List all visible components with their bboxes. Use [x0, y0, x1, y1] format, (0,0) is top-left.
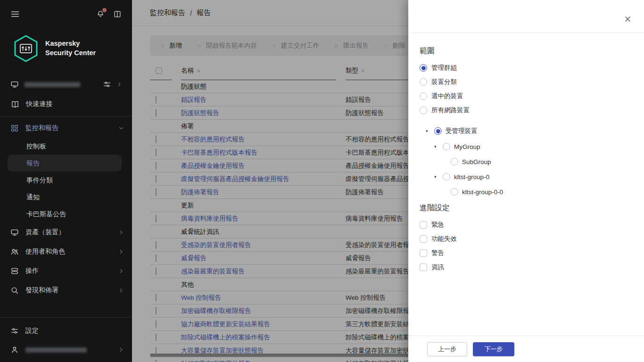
radio-button[interactable]	[451, 158, 458, 165]
sidebar-subitem-event-selections[interactable]: 事件分類	[0, 172, 132, 189]
sidebar-subitem-reports[interactable]: 報告	[8, 155, 122, 172]
chevron-right-icon	[118, 229, 124, 236]
drawer-header	[408, 0, 644, 33]
sidebar-user-item[interactable]	[0, 340, 132, 359]
sidebar-server-item[interactable]	[0, 62, 132, 89]
chevron-right-icon[interactable]	[118, 346, 124, 353]
chevron-right-icon	[118, 268, 124, 274]
scope-section-title: 範圍	[420, 46, 633, 56]
sidebar-topbar	[0, 0, 132, 19]
caret-down-icon[interactable]: ▾	[434, 145, 439, 149]
checkbox[interactable]	[420, 221, 427, 229]
scope-options: 管理群組裝置分類選中的裝置所有網路裝置	[420, 64, 633, 115]
severity-checkbox-warning[interactable]: 警告	[420, 249, 633, 257]
sidebar-item-discovery[interactable]: 發現和佈署	[0, 280, 132, 300]
sidebar-item-users-roles[interactable]: 使用者和角色	[0, 242, 132, 261]
notification-dot	[102, 8, 107, 12]
username-redacted	[25, 347, 87, 353]
admin-group-tree: ▾受管理裝置▾MyGroupSubGroup▾kltst-group-0klts…	[420, 127, 633, 196]
severity-checkbox-info[interactable]: 資訊	[420, 263, 633, 272]
stack-icon	[10, 267, 19, 275]
sidebar-item-quick-links[interactable]: 快速連接	[0, 89, 132, 108]
server-settings-sliders-icon[interactable]	[103, 80, 111, 89]
checkbox[interactable]	[420, 249, 427, 257]
caret-down-icon[interactable]: ▾	[434, 175, 439, 179]
sidebar-item-monitoring[interactable]: 監控和報告	[0, 118, 132, 138]
scope-option-selected-devices[interactable]: 選中的裝置	[420, 92, 633, 100]
caret-down-icon[interactable]: ▾	[426, 129, 430, 133]
dashboard-icon	[10, 124, 19, 132]
radio-button[interactable]	[443, 173, 450, 181]
tree-node-managed-devices[interactable]: ▾受管理裝置	[420, 127, 633, 135]
sidebar-item-label: 操作	[25, 267, 111, 275]
logo-text: Kaspersky Security Center	[45, 39, 96, 58]
radio-button[interactable]	[420, 92, 427, 100]
scope-option-admin-groups[interactable]: 管理群組	[420, 64, 633, 72]
scope-option-all-networked[interactable]: 所有網路裝置	[420, 106, 633, 115]
new-report-wizard-drawer: 範圍 管理群組裝置分類選中的裝置所有網路裝置 ▾受管理裝置▾MyGroupSub…	[408, 0, 644, 362]
sidebar-subitem-notifications[interactable]: 通知	[0, 189, 132, 206]
severity-checkbox-critical[interactable]: 緊急	[420, 221, 633, 229]
advanced-section-title: 進階設定	[420, 203, 633, 213]
sidebar-nav: 監控和報告控制板報告事件分類通知卡巴斯基公告資產（裝置）使用者和角色操作發現和佈…	[0, 116, 132, 300]
sidebar-divider	[0, 317, 132, 318]
sidebar-subitem-dashboard[interactable]: 控制板	[0, 138, 132, 155]
search-icon	[10, 286, 19, 295]
sidebar-item-label: 資產（裝置）	[25, 228, 111, 237]
users-icon	[10, 247, 19, 256]
back-button[interactable]: 上一步	[427, 342, 467, 356]
sidebar-bottom: 設定	[0, 317, 132, 359]
sidebar-subitem-announcements[interactable]: 卡巴斯基公告	[0, 206, 132, 222]
tree-node-label: kltst-group-0-0	[462, 189, 503, 196]
drawer-footer: 上一步 下一步	[408, 336, 644, 362]
close-icon[interactable]	[624, 15, 632, 23]
sidebar-item-operations[interactable]: 操作	[0, 261, 132, 280]
sidebar-item-label: 監控和報告	[25, 124, 111, 132]
chevron-down-icon	[118, 125, 124, 132]
monitor-icon	[10, 228, 19, 237]
tree-node-label: SubGroup	[462, 158, 491, 165]
tree-node-kltst-group-0-0[interactable]: kltst-group-0-0	[420, 188, 633, 196]
radio-button[interactable]	[420, 78, 427, 86]
sliders-icon	[10, 327, 19, 335]
sidebar-item-label: 使用者和角色	[25, 247, 111, 256]
tree-node-kltst-group-0[interactable]: ▾kltst-group-0	[420, 173, 633, 181]
checkbox[interactable]	[420, 263, 427, 271]
radio-label: 選中的裝置	[431, 92, 463, 100]
chevron-right-icon	[118, 287, 124, 294]
kaspersky-logo: Kaspersky Security Center	[0, 19, 132, 62]
tree-node-label: kltst-group-0	[454, 173, 489, 181]
logo-hexagon-icon	[13, 35, 39, 62]
radio-button[interactable]	[443, 143, 450, 150]
notifications-bell-icon[interactable]	[96, 10, 105, 18]
chevron-right-icon[interactable]	[116, 81, 123, 88]
server-icon	[10, 80, 19, 89]
radio-button[interactable]	[451, 188, 458, 196]
tree-node-mygroup[interactable]: ▾MyGroup	[420, 143, 633, 150]
radio-button[interactable]	[434, 127, 442, 135]
sidebar-item-assets[interactable]: 資產（裝置）	[0, 222, 132, 242]
checkbox[interactable]	[420, 235, 427, 243]
sidebar-item-settings[interactable]: 設定	[0, 321, 132, 340]
scope-option-device-selections[interactable]: 裝置分類	[420, 78, 633, 86]
book-open-icon	[11, 100, 19, 108]
help-book-icon[interactable]	[113, 10, 122, 18]
radio-button[interactable]	[420, 64, 427, 72]
tree-node-subgroup[interactable]: SubGroup	[420, 158, 633, 165]
chevron-right-icon	[118, 248, 124, 255]
radio-button[interactable]	[420, 107, 427, 114]
checkbox-label: 功能失效	[431, 235, 457, 243]
drawer-body: 範圍 管理群組裝置分類選中的裝置所有網路裝置 ▾受管理裝置▾MyGroupSub…	[408, 46, 644, 272]
sidebar-item-label: 發現和佈署	[25, 286, 111, 295]
severity-checkboxes: 緊急功能失效警告資訊	[420, 221, 633, 272]
tree-node-label: MyGroup	[454, 143, 480, 150]
checkbox-label: 資訊	[431, 263, 444, 272]
radio-label: 管理群組	[431, 64, 457, 72]
app-window: Kaspersky Security Center 快速連接 監控和報告控制板報…	[0, 0, 644, 362]
quick-links-label: 快速連接	[26, 100, 52, 108]
severity-checkbox-functional-failure[interactable]: 功能失效	[420, 235, 633, 243]
checkbox-label: 警告	[431, 249, 444, 257]
radio-label: 所有網路裝置	[431, 106, 470, 115]
hamburger-menu-icon[interactable]	[10, 9, 20, 19]
next-button[interactable]: 下一步	[473, 342, 514, 356]
